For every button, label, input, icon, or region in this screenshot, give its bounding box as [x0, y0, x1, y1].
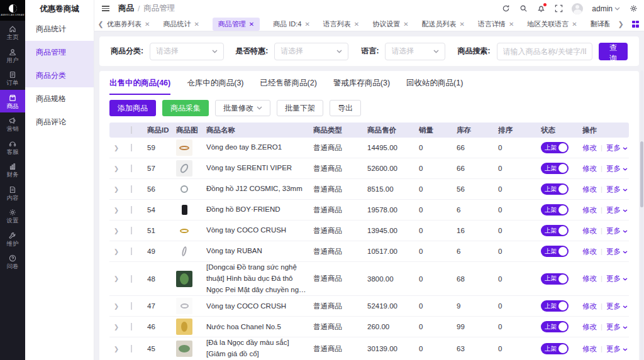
- row-checkbox[interactable]: [131, 248, 132, 255]
- settings-gear-icon[interactable]: [629, 4, 638, 13]
- status-toggle[interactable]: 上架: [541, 300, 569, 312]
- more-link[interactable]: 更多: [606, 227, 628, 234]
- notification-bell-icon[interactable]: [536, 4, 545, 13]
- product-status-tab[interactable]: 出售中的商品(46): [109, 78, 170, 95]
- edit-link[interactable]: 修改: [582, 345, 597, 352]
- rail-item-finance[interactable]: 财务: [0, 158, 25, 182]
- rail-item-support[interactable]: 客服: [0, 136, 25, 159]
- row-checkbox[interactable]: [131, 302, 132, 310]
- edit-link[interactable]: 修改: [582, 248, 597, 255]
- submenu-item[interactable]: 商品统计: [25, 18, 94, 41]
- close-tab-icon[interactable]: ✕: [194, 21, 199, 28]
- rail-item-survey[interactable]: 问卷: [0, 250, 25, 273]
- scrollbar-track[interactable]: [640, 70, 643, 360]
- product-status-tab[interactable]: 已经售罄商品(2): [260, 78, 317, 95]
- search-button[interactable]: 查询: [599, 43, 628, 60]
- product-thumbnail[interactable]: [176, 319, 192, 335]
- close-tab-icon[interactable]: ✕: [145, 21, 150, 28]
- batch-offshelf-button[interactable]: 批量下架: [277, 100, 323, 116]
- row-expand-icon[interactable]: ❯: [109, 324, 126, 330]
- collect-product-button[interactable]: 商品采集: [162, 100, 209, 116]
- page-tab[interactable]: 商品 ID:4✕: [273, 19, 310, 29]
- close-tab-icon[interactable]: ✕: [572, 21, 577, 28]
- special-select[interactable]: 请选择: [274, 43, 348, 60]
- edit-link[interactable]: 修改: [582, 185, 597, 193]
- refresh-icon[interactable]: [501, 4, 510, 13]
- tabs-scroll-right-icon[interactable]: ❯: [614, 20, 627, 28]
- add-product-button[interactable]: 添加商品: [109, 100, 156, 116]
- page-tab[interactable]: 翻译配置✕: [591, 19, 609, 29]
- page-tab[interactable]: 语言详情✕: [478, 19, 514, 29]
- rail-item-user[interactable]: 用户: [0, 44, 25, 67]
- edit-link[interactable]: 修改: [582, 165, 597, 172]
- row-expand-icon[interactable]: ❯: [109, 165, 126, 172]
- edit-link[interactable]: 修改: [582, 144, 597, 151]
- rail-item-goods[interactable]: 商品: [0, 90, 25, 113]
- tabs-overview-grid-icon[interactable]: [632, 21, 639, 28]
- submenu-item[interactable]: 商品分类: [25, 64, 94, 87]
- row-checkbox[interactable]: [131, 206, 132, 214]
- product-thumbnail[interactable]: [176, 139, 192, 156]
- status-toggle[interactable]: 上架: [541, 183, 569, 195]
- status-toggle[interactable]: 上架: [541, 343, 569, 354]
- close-tab-icon[interactable]: ✕: [509, 21, 514, 28]
- product-thumbnail[interactable]: [176, 243, 192, 259]
- close-tab-icon[interactable]: ✕: [460, 21, 465, 28]
- row-expand-icon[interactable]: ❯: [109, 346, 126, 352]
- batch-edit-button[interactable]: 批量修改: [215, 100, 270, 116]
- product-thumbnail[interactable]: [176, 160, 192, 177]
- rail-item-order[interactable]: 订单: [0, 67, 25, 90]
- rail-item-marketing[interactable]: 营销: [0, 112, 25, 136]
- row-expand-icon[interactable]: ❯: [109, 275, 126, 282]
- product-thumbnail[interactable]: [176, 202, 192, 218]
- status-toggle[interactable]: 上架: [541, 246, 569, 257]
- more-link[interactable]: 更多: [606, 165, 628, 172]
- more-link[interactable]: 更多: [606, 248, 628, 255]
- row-checkbox[interactable]: [131, 345, 132, 352]
- row-checkbox[interactable]: [131, 185, 132, 193]
- close-tab-icon[interactable]: ✕: [354, 21, 359, 28]
- user-menu[interactable]: admin: [592, 4, 620, 13]
- status-toggle[interactable]: 上架: [541, 163, 569, 174]
- row-expand-icon[interactable]: ❯: [109, 248, 126, 255]
- rail-item-maintenance[interactable]: 维护: [0, 227, 25, 251]
- edit-link[interactable]: 修改: [582, 323, 597, 330]
- row-expand-icon[interactable]: ❯: [109, 145, 126, 151]
- row-checkbox[interactable]: [131, 275, 132, 283]
- product-thumbnail[interactable]: [176, 271, 192, 287]
- page-tab[interactable]: 商品统计✕: [163, 19, 199, 29]
- scrollbar-thumb[interactable]: [640, 141, 643, 207]
- product-status-tab[interactable]: 仓库中的商品(3): [187, 78, 243, 95]
- page-tab[interactable]: 优惠券列表✕: [107, 19, 150, 29]
- user-avatar[interactable]: [572, 3, 583, 14]
- more-link[interactable]: 更多: [606, 345, 628, 352]
- row-checkbox[interactable]: [131, 323, 132, 330]
- rail-item-home[interactable]: 主页: [0, 21, 25, 44]
- submenu-item[interactable]: 商品规格: [25, 87, 94, 111]
- search-icon[interactable]: [519, 4, 528, 13]
- status-toggle[interactable]: 上架: [541, 225, 569, 236]
- status-toggle[interactable]: 上架: [541, 142, 569, 153]
- product-thumbnail[interactable]: [176, 341, 192, 357]
- edit-link[interactable]: 修改: [582, 302, 597, 310]
- page-tab[interactable]: 协议设置✕: [372, 19, 408, 29]
- row-expand-icon[interactable]: ❯: [109, 227, 126, 234]
- row-checkbox[interactable]: [131, 144, 132, 151]
- select-all-checkbox[interactable]: [131, 126, 132, 134]
- row-checkbox[interactable]: [131, 227, 132, 234]
- product-thumbnail[interactable]: [176, 181, 192, 197]
- page-tab[interactable]: 地区关联语言✕: [527, 19, 577, 29]
- row-expand-icon[interactable]: ❯: [109, 207, 126, 214]
- tabs-scroll-left-icon[interactable]: ❮: [94, 20, 107, 28]
- product-status-tab[interactable]: 警戒库存商品(3): [333, 78, 390, 95]
- close-tab-icon[interactable]: ✕: [304, 21, 309, 28]
- export-button[interactable]: 导出: [330, 100, 361, 116]
- edit-link[interactable]: 修改: [582, 227, 597, 234]
- rail-item-content[interactable]: 内容: [0, 182, 25, 205]
- more-link[interactable]: 更多: [606, 302, 628, 310]
- product-thumbnail[interactable]: [176, 298, 192, 314]
- close-tab-icon[interactable]: ✕: [249, 21, 254, 28]
- rail-item-settings[interactable]: 设置: [0, 204, 25, 227]
- status-toggle[interactable]: 上架: [541, 321, 569, 332]
- page-tab[interactable]: 商品管理✕: [213, 18, 260, 31]
